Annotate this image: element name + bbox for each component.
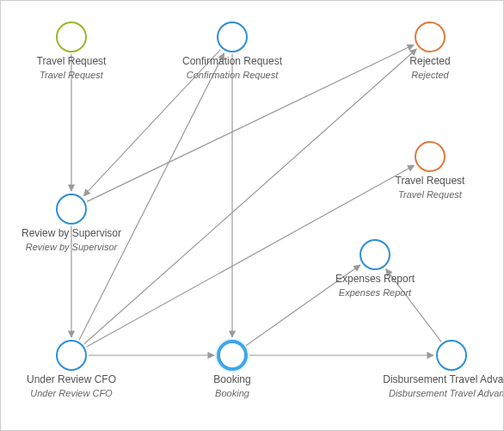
- node-rejected[interactable]: RejectedRejected: [361, 22, 499, 80]
- node-label: Confirmation Request: [163, 56, 301, 68]
- node-circle[interactable]: [360, 239, 390, 270]
- node-travel-request-end[interactable]: Travel RequestTravel Request: [361, 141, 499, 200]
- node-sublabel: Disbursement Travel Advance: [383, 388, 504, 399]
- diagram-canvas: Travel RequestTravel RequestConfirmation…: [0, 0, 504, 431]
- node-sublabel: Travel Request: [361, 189, 499, 200]
- node-sublabel: Booking: [163, 388, 301, 399]
- node-disbursement-travel-advance[interactable]: Disbursement Travel AdvanceDisbursement …: [383, 340, 504, 398]
- node-circle[interactable]: [56, 22, 87, 52]
- node-label: Travel Request: [3, 56, 140, 68]
- node-label: Rejected: [361, 56, 499, 68]
- node-sublabel: Expenses Report: [306, 287, 444, 299]
- node-sublabel: Confirmation Request: [163, 70, 301, 81]
- node-label: Expenses Report: [306, 274, 444, 286]
- node-circle[interactable]: [56, 194, 87, 225]
- node-expenses-report[interactable]: Expenses ReportExpenses Report: [306, 239, 444, 298]
- node-sublabel: Travel Request: [3, 70, 140, 81]
- node-sublabel: Rejected: [361, 70, 499, 81]
- node-review-by-supervisor[interactable]: Review by SupervisorReview by Supervisor: [3, 194, 140, 252]
- node-under-review-cfo[interactable]: Under Review CFOUnder Review CFO: [3, 340, 140, 398]
- node-circle[interactable]: [436, 340, 467, 371]
- node-sublabel: Review by Supervisor: [3, 242, 140, 253]
- node-label: Booking: [163, 374, 301, 386]
- node-circle[interactable]: [415, 141, 446, 172]
- node-label: Review by Supervisor: [3, 228, 140, 240]
- node-circle[interactable]: [56, 340, 87, 371]
- node-confirmation-request[interactable]: Confirmation RequestConfirmation Request: [163, 22, 301, 80]
- node-circle[interactable]: [415, 22, 446, 52]
- node-circle[interactable]: [217, 340, 248, 371]
- node-travel-request-start[interactable]: Travel RequestTravel Request: [3, 22, 140, 80]
- node-label: Under Review CFO: [3, 374, 140, 386]
- node-booking[interactable]: BookingBooking: [163, 340, 301, 398]
- node-label: Disbursement Travel Advance: [383, 374, 504, 386]
- node-circle[interactable]: [217, 22, 248, 52]
- node-sublabel: Under Review CFO: [3, 388, 140, 399]
- node-label: Travel Request: [361, 175, 499, 188]
